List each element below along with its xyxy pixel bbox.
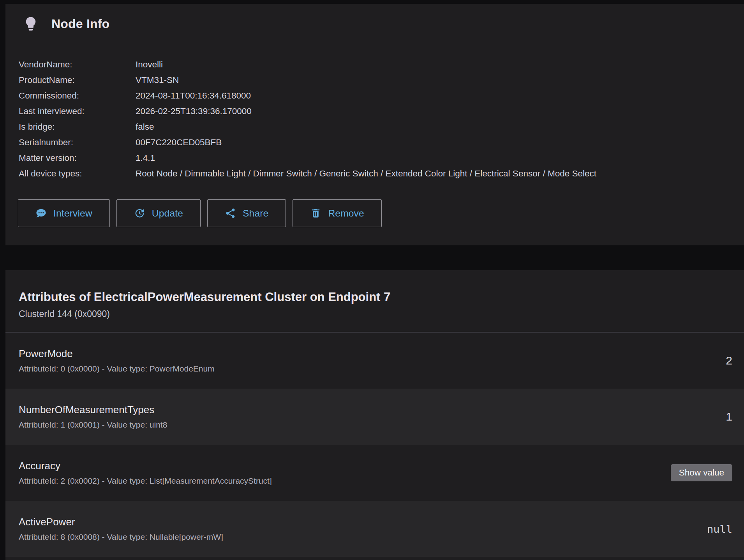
attribute-name: ActivePower — [19, 516, 707, 528]
remove-button[interactable]: Remove — [293, 199, 381, 227]
attribute-meta: AttributeId: 8 (0x0008) - Value type: Nu… — [19, 532, 707, 542]
field-vendor-name: VendorName: Inovelli — [19, 57, 744, 72]
remove-button-label: Remove — [328, 208, 364, 219]
node-action-bar: Interview Update Share Remove — [18, 199, 744, 227]
chat-icon — [35, 208, 47, 219]
field-value: 00F7C220CED05BFB — [136, 135, 744, 150]
interview-button[interactable]: Interview — [18, 199, 110, 227]
field-label: Matter version: — [19, 150, 136, 166]
attribute-row-powermode: PowerMode AttributeId: 0 (0x0000) - Valu… — [5, 333, 744, 389]
attribute-row-accuracy: Accuracy AttributeId: 2 (0x0002) - Value… — [5, 445, 744, 501]
field-value: 1.4.1 — [136, 150, 744, 166]
attribute-meta: AttributeId: 2 (0x0002) - Value type: Li… — [19, 476, 671, 486]
attribute-name: NumberOfMeasurementTypes — [19, 404, 726, 416]
matter-node-page: { "node_info": { "icon": "lightbulb-icon… — [0, 0, 744, 560]
show-value-button[interactable]: Show value — [671, 464, 732, 481]
attribute-meta: AttributeId: 0 (0x0000) - Value type: Po… — [19, 364, 726, 373]
field-label: VendorName: — [19, 57, 136, 72]
update-icon — [134, 208, 145, 219]
field-label: Commissioned: — [19, 88, 136, 104]
field-label: Serialnumber: — [19, 135, 136, 150]
attribute-meta: AttributeId: 1 (0x0001) - Value type: ui… — [19, 420, 726, 430]
attribute-name: PowerMode — [19, 348, 726, 360]
attribute-row-activepower: ActivePower AttributeId: 8 (0x0008) - Va… — [5, 501, 744, 557]
share-icon — [225, 208, 236, 219]
attribute-name: Accuracy — [19, 460, 671, 472]
field-product-name: ProductName: VTM31-SN — [19, 72, 744, 88]
attribute-row-numberofmeasurementtypes: NumberOfMeasurementTypes AttributeId: 1 … — [5, 389, 744, 445]
page-title: Node Info — [51, 17, 109, 31]
update-button-label: Update — [152, 208, 183, 219]
field-is-bridge: Is bridge: false — [19, 119, 744, 135]
trash-icon — [310, 208, 321, 219]
cluster-id-label: ClusterId 144 (0x0090) — [19, 308, 730, 319]
field-last-interviewed: Last interviewed: 2026-02-25T13:39:36.17… — [19, 104, 744, 119]
attribute-value: 1 — [726, 410, 732, 423]
lightbulb-icon — [23, 16, 39, 32]
share-button[interactable]: Share — [207, 199, 286, 227]
node-info-field-list: VendorName: Inovelli ProductName: VTM31-… — [19, 57, 744, 181]
field-value: 2026-02-25T13:39:36.170000 — [136, 104, 744, 119]
attributes-title: Attributes of ElectricalPowerMeasurement… — [19, 290, 730, 305]
node-info-card: Node Info VendorName: Inovelli ProductNa… — [5, 4, 744, 245]
attribute-value-null: null — [707, 523, 732, 535]
field-value: VTM31-SN — [136, 72, 744, 88]
share-button-label: Share — [243, 208, 268, 219]
field-label: ProductName: — [19, 72, 136, 88]
field-value: 2024-08-11T00:16:34.618000 — [136, 88, 744, 104]
attributes-header: Attributes of ElectricalPowerMeasurement… — [5, 270, 744, 319]
attributes-card: Attributes of ElectricalPowerMeasurement… — [5, 270, 744, 560]
field-label: All device types: — [19, 166, 136, 181]
field-value: false — [136, 119, 744, 135]
field-label: Is bridge: — [19, 119, 136, 135]
field-value: Inovelli — [136, 57, 744, 72]
field-all-device-types: All device types: Root Node / Dimmable L… — [19, 166, 744, 181]
interview-button-label: Interview — [53, 208, 92, 219]
update-button[interactable]: Update — [116, 199, 201, 227]
field-serial-number: Serialnumber: 00F7C220CED05BFB — [19, 135, 744, 150]
field-label: Last interviewed: — [19, 104, 136, 119]
field-commissioned: Commissioned: 2024-08-11T00:16:34.618000 — [19, 88, 744, 104]
field-matter-version: Matter version: 1.4.1 — [19, 150, 744, 166]
field-value: Root Node / Dimmable Light / Dimmer Swit… — [136, 166, 744, 181]
attribute-value: 2 — [726, 354, 732, 367]
node-info-header: Node Info — [5, 4, 744, 32]
